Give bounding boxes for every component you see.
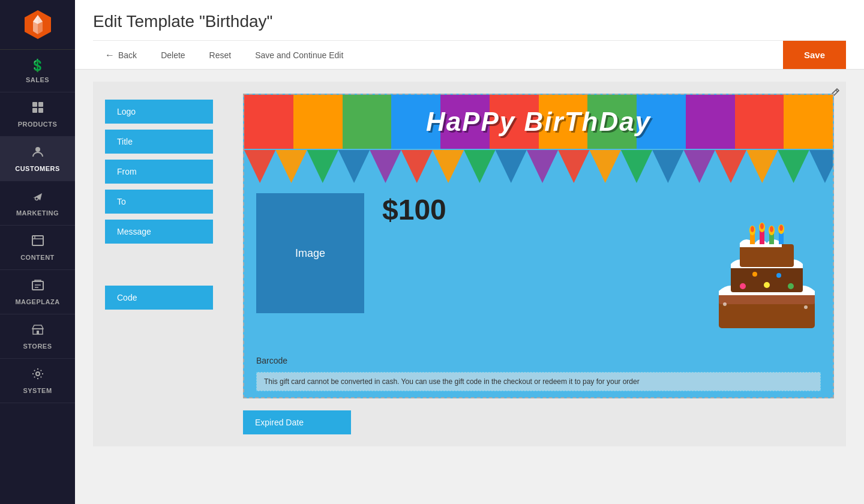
page-title: Edit Template "Birthday" (93, 12, 846, 31)
magento-logo-icon (22, 9, 53, 40)
sidebar-item-sales[interactable]: 💲 SALES (0, 50, 75, 92)
logo-area (0, 0, 75, 50)
svg-rect-10 (32, 236, 43, 245)
svg-marker-30 (558, 150, 589, 183)
svg-rect-4 (32, 102, 37, 107)
sidebar-item-stores[interactable]: STORES (0, 314, 75, 359)
svg-point-9 (35, 197, 38, 200)
back-button[interactable]: ← Back (93, 41, 149, 69)
sidebar-item-content-label: CONTENT (20, 254, 55, 261)
back-label: Back (118, 50, 137, 60)
disclaimer-text: This gift card cannot be converted in ca… (264, 377, 640, 386)
sidebar-item-marketing[interactable]: MARKETING (0, 181, 75, 226)
expired-date-section: Expired Date (243, 410, 834, 434)
products-icon (31, 101, 44, 117)
svg-rect-17 (37, 331, 39, 334)
main-content: Edit Template "Birthday" ← Back Delete R… (75, 0, 864, 504)
preview-area: HaPPy BirThDay (243, 94, 834, 434)
barcode-label: Barcode (256, 356, 287, 365)
expired-date-field-button[interactable]: Expired Date (243, 410, 351, 434)
svg-marker-34 (683, 150, 715, 183)
back-arrow-icon: ← (105, 50, 115, 61)
svg-marker-21 (275, 150, 307, 183)
system-icon (31, 367, 44, 383)
svg-line-19 (836, 90, 838, 92)
to-field-button[interactable]: To (105, 190, 213, 214)
customers-icon (31, 145, 44, 161)
sidebar-item-products[interactable]: PRODUCTS (0, 92, 75, 137)
disclaimer-box: This gift card cannot be converted in ca… (256, 372, 821, 391)
svg-rect-13 (32, 281, 43, 290)
svg-marker-28 (496, 150, 527, 183)
message-field-button[interactable]: Message (105, 220, 213, 244)
sidebar: 💲 SALES PRODUCTS CUSTOMERS MARKETING CON… (0, 0, 75, 504)
svg-marker-37 (778, 150, 809, 183)
page-header: Edit Template "Birthday" ← Back Delete R… (75, 0, 864, 70)
content-area: Logo Title From To Message Code (75, 70, 864, 504)
banner-text-container: HaPPy BirThDay (244, 95, 833, 149)
fields-panel: Logo Title From To Message Code (105, 94, 225, 434)
svg-marker-32 (621, 150, 652, 183)
svg-point-8 (35, 147, 40, 152)
sidebar-item-sales-label: SALES (26, 76, 49, 83)
delete-button[interactable]: Delete (149, 41, 197, 69)
sidebar-item-customers[interactable]: CUSTOMERS (0, 137, 75, 181)
svg-marker-36 (746, 150, 778, 183)
delete-label: Delete (161, 50, 185, 60)
svg-marker-22 (307, 150, 338, 183)
svg-marker-20 (244, 150, 275, 183)
sidebar-item-marketing-label: MARKETING (16, 209, 59, 217)
sidebar-item-mageplaza[interactable]: MAGEPLAZA (0, 270, 75, 314)
svg-rect-6 (32, 108, 37, 113)
banner-section: HaPPy BirThDay (244, 95, 833, 149)
svg-marker-26 (433, 150, 464, 183)
svg-point-18 (36, 372, 40, 376)
from-field-button[interactable]: From (105, 160, 213, 184)
svg-marker-31 (590, 150, 621, 183)
sidebar-item-content[interactable]: CONTENT (0, 226, 75, 270)
pennants-row (244, 149, 833, 184)
svg-rect-7 (38, 108, 43, 113)
image-label: Image (295, 247, 325, 260)
svg-marker-25 (401, 150, 433, 183)
svg-rect-5 (38, 102, 43, 107)
sales-icon: 💲 (30, 58, 46, 73)
sidebar-item-stores-label: STORES (23, 343, 52, 350)
svg-marker-38 (809, 150, 833, 183)
sidebar-item-products-label: PRODUCTS (18, 121, 58, 128)
card-right: $100 (364, 193, 821, 343)
barcode-row: Barcode (244, 352, 833, 369)
code-field-button[interactable]: Code (105, 286, 213, 310)
price-display: $100 (382, 193, 446, 226)
birthday-card: HaPPy BirThDay (243, 94, 834, 398)
image-placeholder: Image (256, 193, 364, 313)
svg-marker-24 (370, 150, 401, 183)
svg-marker-29 (527, 150, 558, 183)
svg-marker-33 (652, 150, 683, 183)
sidebar-item-mageplaza-label: MAGEPLAZA (15, 298, 59, 305)
marketing-icon (31, 190, 44, 206)
content-icon (31, 234, 44, 250)
reset-label: Reset (209, 50, 232, 60)
template-editor: Logo Title From To Message Code (93, 82, 846, 446)
svg-marker-35 (715, 150, 746, 183)
fields-spacer (105, 250, 225, 280)
mageplaza-icon (31, 278, 44, 295)
card-body: Image $100 (244, 184, 833, 352)
svg-marker-23 (338, 150, 370, 183)
header-toolbar: ← Back Delete Reset Save and Continue Ed… (93, 40, 846, 69)
pennants-svg (244, 150, 833, 183)
sidebar-item-system-label: SYSTEM (23, 387, 52, 394)
sidebar-item-customers-label: CUSTOMERS (15, 165, 60, 172)
sidebar-item-system[interactable]: SYSTEM (0, 359, 75, 403)
title-field-button[interactable]: Title (105, 130, 213, 154)
svg-marker-27 (464, 150, 495, 183)
reset-button[interactable]: Reset (197, 41, 244, 69)
save-continue-label: Save and Continue Edit (255, 50, 343, 60)
save-continue-button[interactable]: Save and Continue Edit (243, 41, 355, 69)
banner-text: HaPPy BirThDay (426, 107, 651, 137)
logo-field-button[interactable]: Logo (105, 100, 213, 124)
stores-icon (31, 323, 44, 339)
save-label: Save (804, 50, 825, 60)
save-button[interactable]: Save (783, 41, 846, 69)
